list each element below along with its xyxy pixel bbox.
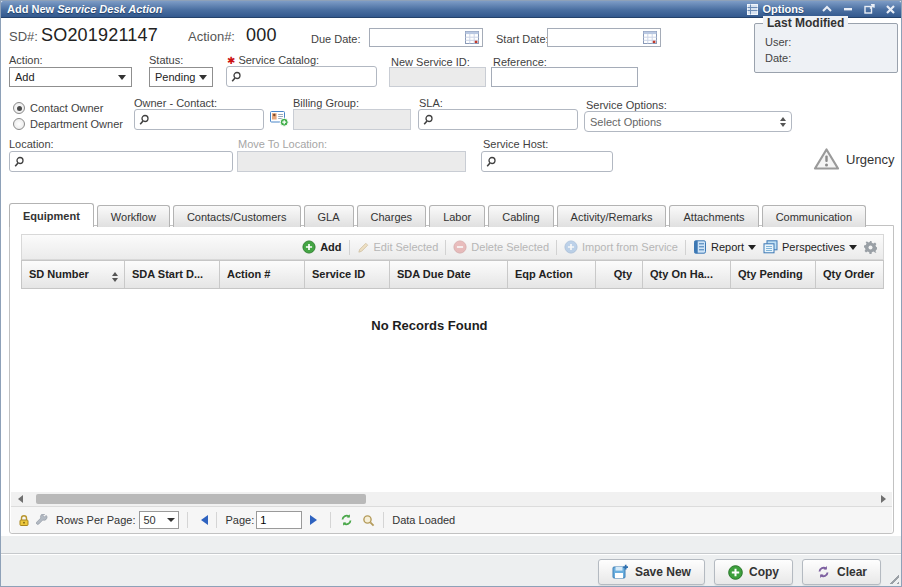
service-host-label: Service Host: [483, 138, 548, 150]
resize-grip[interactable] [886, 571, 899, 584]
action-label: Action: [9, 54, 43, 66]
pager-status-text: Data Loaded [392, 514, 455, 526]
up-down-icon [780, 114, 786, 130]
search-icon [422, 114, 434, 126]
scrollbar-thumb[interactable] [36, 494, 366, 504]
options-button[interactable]: Options [747, 3, 804, 15]
urgency-indicator[interactable]: Urgency [813, 147, 894, 171]
column-header-qty-order[interactable]: Qty Order [816, 261, 884, 288]
tab-gla[interactable]: GLA [304, 205, 354, 227]
location-input[interactable] [9, 151, 233, 172]
page-number-input[interactable] [256, 511, 302, 529]
add-icon [302, 240, 316, 254]
horizontal-scrollbar[interactable] [11, 492, 892, 506]
service-host-input[interactable] [481, 151, 613, 172]
action-select-value: Add [15, 71, 35, 83]
sla-input[interactable] [418, 109, 578, 130]
contact-owner-radio-label: Contact Owner [30, 102, 103, 114]
column-header-qty[interactable]: Qty [596, 261, 643, 288]
equipment-tab-panel: Add Edit Selected Delete Selected Import… [9, 225, 894, 534]
sd-number-label: SD#: [9, 29, 38, 44]
service-options-select[interactable]: Select Options [584, 111, 792, 132]
new-service-id-input [389, 67, 486, 87]
copy-button[interactable]: Copy [714, 559, 793, 585]
rows-per-page-select[interactable]: 50 [139, 511, 179, 529]
import-from-service-button: Import from Service [564, 240, 678, 254]
lock-icon[interactable] [18, 514, 30, 527]
reference-input[interactable] [491, 67, 638, 87]
calendar-icon[interactable] [643, 31, 657, 44]
last-modified-panel: Last Modified User: Date: [754, 23, 898, 73]
tab-cabling[interactable]: Cabling [488, 205, 553, 227]
clear-icon [816, 565, 831, 579]
tab-workflow[interactable]: Workflow [97, 205, 170, 227]
add-contact-card-icon[interactable] [270, 110, 289, 127]
gear-icon[interactable] [864, 241, 877, 254]
location-label: Location: [9, 138, 54, 150]
start-date-input[interactable] [547, 28, 661, 47]
due-date-input[interactable] [369, 28, 483, 47]
chevron-down-icon [199, 75, 207, 84]
status-label: Status: [149, 54, 183, 66]
footer-bar: Save New Copy Clear [1, 536, 901, 586]
column-header-qty-pending[interactable]: Qty Pending [731, 261, 816, 288]
last-modified-title: Last Modified [763, 16, 848, 30]
column-header-sd-number[interactable]: SD Number [22, 261, 125, 288]
refresh-icon[interactable] [339, 513, 354, 527]
column-header-sda-due-date[interactable]: SDA Due Date [390, 261, 508, 288]
department-owner-radio-label: Department Owner [30, 118, 123, 130]
clear-button[interactable]: Clear [802, 559, 881, 585]
perspectives-button[interactable]: Perspectives [763, 240, 857, 254]
report-icon [693, 240, 707, 254]
tab-equipment[interactable]: Equipment [9, 203, 94, 227]
tab-communication[interactable]: Communication [762, 205, 866, 227]
grid-header-row: SD Number SDA Start D... Action # Servic… [21, 260, 884, 289]
delete-selected-button: Delete Selected [453, 240, 549, 254]
service-options-value: Select Options [590, 116, 662, 128]
department-owner-radio[interactable]: Department Owner [13, 118, 123, 130]
calendar-icon[interactable] [465, 31, 479, 44]
delete-icon [453, 240, 467, 254]
column-header-service-id[interactable]: Service ID [305, 261, 390, 288]
column-header-sda-start-date[interactable]: SDA Start D... [125, 261, 220, 288]
column-header-eqp-action[interactable]: Eqp Action [508, 261, 596, 288]
tab-charges[interactable]: Charges [357, 205, 427, 227]
tab-activity-remarks[interactable]: Activity/Remarks [557, 205, 667, 227]
service-catalog-input[interactable] [226, 66, 377, 87]
contact-owner-radio[interactable]: Contact Owner [13, 102, 103, 114]
scroll-right-button[interactable] [878, 492, 892, 506]
tab-attachments[interactable]: Attachments [669, 205, 758, 227]
tab-strip: Equipment Workflow Contacts/Customers GL… [9, 203, 866, 227]
urgency-warning-icon [813, 147, 840, 171]
billing-group-label: Billing Group: [293, 97, 359, 109]
sort-icon[interactable] [112, 268, 118, 288]
collapse-icon[interactable] [822, 5, 832, 13]
tab-contacts-customers[interactable]: Contacts/Customers [173, 205, 301, 227]
grid-pager: Rows Per Page: 50 Page: Data Loaded [11, 506, 892, 533]
column-header-qty-on-hand[interactable]: Qty On Ha... [643, 261, 731, 288]
status-select-value: Pending [155, 71, 195, 83]
edit-selected-button: Edit Selected [357, 241, 439, 254]
popout-icon[interactable] [864, 4, 875, 14]
save-new-button[interactable]: Save New [598, 559, 705, 585]
radio-selected-icon [13, 102, 25, 114]
previous-page-button[interactable] [196, 515, 208, 525]
owner-contact-input[interactable] [134, 109, 264, 130]
minimize-icon[interactable] [843, 5, 853, 13]
status-select[interactable]: Pending [149, 67, 213, 87]
wrench-icon[interactable] [35, 514, 48, 527]
action-select[interactable]: Add [9, 67, 132, 87]
owner-contact-label: Owner - Contact: [134, 97, 217, 109]
scroll-left-button[interactable] [11, 492, 25, 506]
search-icon [230, 71, 242, 83]
search-grid-icon[interactable] [362, 514, 375, 527]
column-header-action-number[interactable]: Action # [220, 261, 305, 288]
tab-labor[interactable]: Labor [429, 205, 485, 227]
add-button[interactable]: Add [302, 240, 341, 254]
page-label: Page: [225, 514, 254, 526]
next-page-button[interactable] [310, 515, 322, 525]
close-icon[interactable] [886, 5, 895, 14]
options-label: Options [762, 3, 804, 15]
search-icon [13, 156, 25, 168]
report-button[interactable]: Report [693, 240, 756, 254]
